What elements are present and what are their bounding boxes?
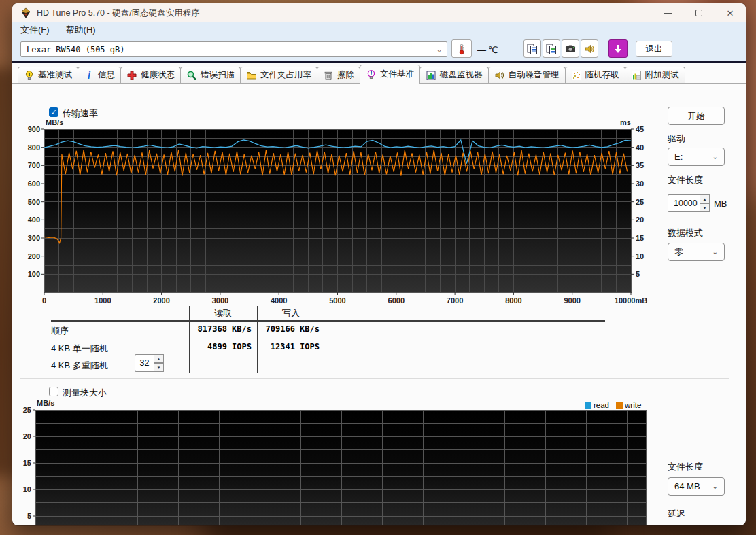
screenshot-button[interactable]	[562, 39, 579, 58]
tab-error-scan[interactable]: 错误扫描	[180, 67, 241, 83]
lightbulb-purple-icon: !	[366, 69, 377, 80]
data-pattern-dropdown[interactable]: 零 ⌄	[668, 243, 725, 261]
row-label-sequential: 顺序	[51, 325, 69, 337]
health-cross-icon	[126, 70, 137, 81]
svg-text:ms: ms	[620, 118, 631, 126]
spinner-up-icon[interactable]: ▲	[700, 194, 710, 203]
svg-text:30: 30	[636, 179, 644, 188]
svg-text:!: !	[371, 70, 373, 77]
spinner-up-icon[interactable]: ▲	[154, 354, 164, 363]
tab-info[interactable]: i 信息	[78, 67, 121, 83]
temperature-button[interactable]	[451, 39, 472, 58]
tab-folder-usage[interactable]: 文件夹占用率	[240, 67, 317, 83]
tab-label: 文件夹占用率	[260, 69, 311, 81]
svg-text:400: 400	[28, 215, 40, 224]
4k-single-read-value: 4899 IOPS	[207, 342, 252, 351]
drive-dropdown[interactable]: E: ⌄	[668, 148, 725, 166]
transfer-rate-checkbox[interactable]: ✓	[49, 107, 58, 117]
sound-button[interactable]	[581, 39, 598, 58]
block-size-checkbox[interactable]	[49, 387, 58, 396]
svg-text:10: 10	[636, 252, 644, 260]
maximize-button[interactable]	[683, 3, 715, 22]
4k-single-write-value: 12341 IOPS	[271, 342, 320, 351]
column-header-read: 读取	[214, 307, 232, 320]
svg-text:1000: 1000	[94, 296, 111, 305]
download-button[interactable]	[608, 39, 628, 58]
tab-health[interactable]: 健康状态	[120, 67, 181, 83]
tab-label: 信息	[98, 69, 115, 81]
tab-disk-monitor[interactable]: 磁盘监视器	[419, 67, 489, 83]
svg-text:300: 300	[28, 234, 40, 242]
drive-dropdown-value: E:	[674, 152, 683, 162]
menu-help[interactable]: 帮助(H)	[58, 22, 104, 37]
copy-image-button[interactable]	[543, 39, 560, 58]
table-header-rule	[51, 320, 605, 322]
info-icon: i	[84, 70, 94, 81]
queue-depth-input[interactable]	[135, 354, 154, 372]
table-divider	[257, 306, 258, 373]
tab-file-benchmark[interactable]: ! 文件基准	[360, 65, 420, 84]
tab-label: 基准测试	[38, 69, 72, 81]
desktop-wallpaper: HD Tune Pro 5.70 - 硬盘/固态硬盘实用程序 ✕ 文件(F) 帮…	[0, 0, 756, 535]
spinner-down-icon[interactable]: ▼	[154, 363, 164, 372]
svg-text:15: 15	[636, 234, 644, 242]
svg-text:4000: 4000	[271, 296, 287, 305]
block-size-chart: 510152025MB/s	[12, 396, 665, 525]
drive-selector[interactable]: Lexar RW540 (505 gB) ⌄	[20, 41, 447, 57]
svg-text:200: 200	[28, 252, 40, 260]
svg-text:6000: 6000	[388, 296, 405, 305]
sequential-read-value: 817368 KB/s	[198, 324, 252, 334]
svg-text:40: 40	[636, 143, 644, 152]
lightbulb-yellow-icon: !	[24, 70, 35, 81]
svg-text:MB/s: MB/s	[46, 118, 63, 126]
svg-text:10: 10	[23, 485, 31, 494]
download-arrow-icon	[613, 44, 623, 54]
spinner-down-icon[interactable]: ▼	[700, 203, 710, 212]
svg-text:5: 5	[27, 512, 31, 520]
tab-label: 错误扫描	[201, 69, 235, 81]
copy-text-button[interactable]	[523, 39, 541, 58]
queue-depth-spinner[interactable]: ▲ ▼	[135, 354, 164, 372]
speaker-icon	[494, 70, 505, 81]
minimize-button[interactable]	[652, 3, 683, 22]
svg-text:10000mB: 10000mB	[615, 296, 647, 305]
chevron-down-icon: ⌄	[712, 248, 718, 256]
copy-image-icon	[545, 43, 557, 55]
bottom-file-length-label: 文件长度	[668, 461, 703, 473]
tab-benchmark[interactable]: ! 基准测试	[18, 67, 78, 83]
file-length-spinner[interactable]: ▲ ▼	[668, 194, 710, 212]
app-icon	[20, 7, 31, 18]
app-window: HD Tune Pro 5.70 - 硬盘/固态硬盘实用程序 ✕ 文件(F) 帮…	[12, 3, 746, 525]
tab-extra-tests[interactable]: 附加测试	[625, 67, 685, 83]
file-length-input[interactable]	[668, 194, 700, 212]
extra-tests-icon	[631, 70, 642, 81]
svg-text:25: 25	[23, 406, 31, 414]
tab-aam[interactable]: 自动噪音管理	[488, 67, 566, 83]
svg-text:600: 600	[28, 179, 40, 188]
transfer-rate-chart: 1002003004005006007008009005101520253035…	[12, 117, 665, 315]
temperature-value: —	[477, 37, 486, 63]
close-button[interactable]: ✕	[715, 3, 746, 22]
tab-random-access[interactable]: 随机存取	[565, 67, 625, 83]
drive-selector-value: Lexar RW540 (505 gB)	[27, 45, 125, 54]
thermometer-icon	[456, 43, 467, 55]
data-pattern-label: 数据模式	[668, 227, 703, 239]
svg-text:15: 15	[23, 459, 31, 467]
start-button[interactable]: 开始	[668, 107, 725, 125]
title-bar[interactable]: HD Tune Pro 5.70 - 硬盘/固态硬盘实用程序 ✕	[12, 3, 746, 22]
bottom-file-length-dropdown[interactable]: 64 MB ⌄	[668, 477, 725, 496]
menu-file[interactable]: 文件(F)	[12, 22, 58, 37]
svg-text:0: 0	[42, 296, 46, 305]
tab-label: 健康状态	[141, 69, 175, 81]
trash-icon	[323, 70, 334, 81]
magnifier-icon	[186, 70, 197, 81]
file-length-unit: MB	[714, 199, 727, 209]
svg-text:35: 35	[636, 161, 644, 169]
svg-text:MB/s: MB/s	[37, 399, 54, 407]
svg-text:8000: 8000	[505, 296, 521, 305]
folder-icon	[246, 70, 257, 81]
exit-button[interactable]: 退出	[636, 41, 672, 57]
tab-erase[interactable]: 擦除	[317, 67, 360, 83]
menu-bar: 文件(F) 帮助(H)	[12, 22, 746, 37]
toolbar: Lexar RW540 (505 gB) ⌄ — ℃	[12, 37, 746, 63]
